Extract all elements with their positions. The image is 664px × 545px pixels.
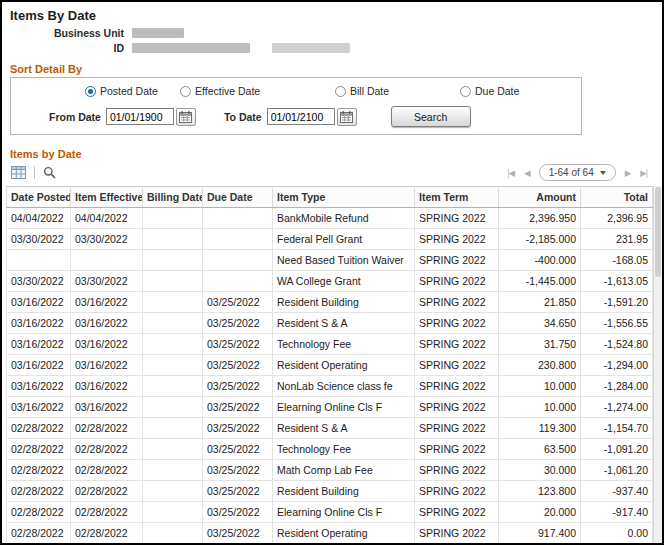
radio-unselected-icon[interactable] xyxy=(460,86,471,97)
grid-icon[interactable] xyxy=(10,165,27,180)
column-header[interactable]: Date Posted xyxy=(7,187,71,208)
business-unit-row: Business Unit xyxy=(2,27,662,39)
table-cell: 21.850 xyxy=(499,292,581,313)
table-row: 02/28/202202/28/202203/25/2022Technology… xyxy=(7,439,653,460)
first-page-button[interactable]: |◀ xyxy=(507,168,514,178)
table-cell: 31.750 xyxy=(499,334,581,355)
table-cell: 03/25/2022 xyxy=(203,292,273,313)
table-cell: 04/04/2022 xyxy=(71,208,143,229)
table-cell xyxy=(143,418,203,439)
table-cell: 03/16/2022 xyxy=(7,292,71,313)
table-cell: 0.00 xyxy=(581,523,653,544)
from-date-input[interactable] xyxy=(106,108,174,125)
table-cell: WA College Grant xyxy=(273,271,415,292)
table-cell: 02/28/2022 xyxy=(71,481,143,502)
radio-unselected-icon[interactable] xyxy=(335,86,346,97)
table-cell: Resident Building xyxy=(273,292,415,313)
radio-due-date[interactable]: Due Date xyxy=(460,85,519,97)
table-cell: 03/30/2022 xyxy=(71,271,143,292)
from-date-calendar-button[interactable] xyxy=(176,108,196,126)
table-cell xyxy=(203,208,273,229)
table-cell: 03/25/2022 xyxy=(203,397,273,418)
radio-bill-date[interactable]: Bill Date xyxy=(335,85,460,97)
column-header[interactable]: Item Type xyxy=(273,187,415,208)
table-cell: SPRING 2022 xyxy=(415,460,499,481)
radio-label: Posted Date xyxy=(100,85,158,97)
table-cell: 230.800 xyxy=(499,355,581,376)
table-cell: 03/25/2022 xyxy=(203,334,273,355)
table-cell: 03/25/2022 xyxy=(203,481,273,502)
column-header[interactable]: Amount xyxy=(499,187,581,208)
radio-posted-date[interactable]: Posted Date xyxy=(85,85,180,97)
toolbar-divider xyxy=(34,166,35,179)
table-row: 03/16/202203/16/202203/25/2022Elearning … xyxy=(7,397,653,418)
table-cell: SPRING 2022 xyxy=(415,481,499,502)
table-cell: SPRING 2022 xyxy=(415,397,499,418)
table-cell: Resident Building xyxy=(273,481,415,502)
table-cell xyxy=(143,397,203,418)
table-cell xyxy=(143,229,203,250)
prev-page-button[interactable]: ◀ xyxy=(524,168,530,178)
table-cell: 03/16/2022 xyxy=(7,334,71,355)
table-cell xyxy=(203,250,273,271)
table-cell: 02/28/2022 xyxy=(7,418,71,439)
find-magnifier-icon[interactable] xyxy=(42,165,57,180)
table-cell: -1,274.00 xyxy=(581,397,653,418)
table-cell: SPRING 2022 xyxy=(415,229,499,250)
table-cell: 03/16/2022 xyxy=(7,313,71,334)
business-unit-value-redacted xyxy=(132,28,184,38)
radio-label: Effective Date xyxy=(195,85,260,97)
table-cell: 03/16/2022 xyxy=(71,376,143,397)
column-header[interactable]: Due Date xyxy=(203,187,273,208)
search-button[interactable]: Search xyxy=(391,106,471,127)
table-cell: 02/28/2022 xyxy=(71,502,143,523)
table-cell xyxy=(143,439,203,460)
last-page-button[interactable]: ▶| xyxy=(640,168,647,178)
to-date-label: To Date xyxy=(224,111,262,123)
table-cell: 03/30/2022 xyxy=(7,271,71,292)
radio-unselected-icon[interactable] xyxy=(180,86,191,97)
column-header[interactable]: Total xyxy=(581,187,653,208)
table-cell: SPRING 2022 xyxy=(415,292,499,313)
table-cell: 917.400 xyxy=(499,523,581,544)
table-cell: 02/28/2022 xyxy=(7,439,71,460)
table-cell: SPRING 2022 xyxy=(415,334,499,355)
table-cell: 10.000 xyxy=(499,397,581,418)
table-cell: -1,284.00 xyxy=(581,376,653,397)
column-header[interactable]: Item Term xyxy=(415,187,499,208)
table-cell xyxy=(143,292,203,313)
table-cell: Resident Operating xyxy=(273,355,415,376)
table-cell: 02/28/2022 xyxy=(7,523,71,544)
table-cell: 02/28/2022 xyxy=(71,418,143,439)
column-header[interactable]: Billing Date xyxy=(143,187,203,208)
to-date-input[interactable] xyxy=(267,108,335,125)
table-cell: Elearning Online Cls F xyxy=(273,397,415,418)
table-cell: 30.000 xyxy=(499,460,581,481)
row-range-selector[interactable]: 1-64 of 64 xyxy=(539,164,616,181)
vertical-scrollbar[interactable] xyxy=(653,186,662,544)
table-cell: 02/28/2022 xyxy=(7,460,71,481)
table-row: Need Based Tuition WaiverSPRING 2022-400… xyxy=(7,250,653,271)
items-by-date-page: Items By Date Business Unit ID Sort Deta… xyxy=(0,0,664,545)
table-cell xyxy=(143,208,203,229)
sort-detail-heading: Sort Detail By xyxy=(10,63,662,75)
table-cell: 02/28/2022 xyxy=(7,481,71,502)
table-header-row: Date PostedItem Effective DateBilling Da… xyxy=(7,187,653,208)
radio-selected-icon[interactable] xyxy=(85,86,96,97)
table-cell: SPRING 2022 xyxy=(415,523,499,544)
table-cell: 03/30/2022 xyxy=(7,229,71,250)
table-cell: 03/25/2022 xyxy=(203,355,273,376)
page-title: Items By Date xyxy=(2,2,662,24)
items-table: Date PostedItem Effective DateBilling Da… xyxy=(6,186,653,544)
table-cell: 03/25/2022 xyxy=(203,376,273,397)
column-header[interactable]: Item Effective Date xyxy=(71,187,143,208)
scrollbar-thumb[interactable] xyxy=(655,187,661,277)
radio-label: Bill Date xyxy=(350,85,389,97)
next-page-button[interactable]: ▶ xyxy=(625,168,631,178)
radio-effective-date[interactable]: Effective Date xyxy=(180,85,335,97)
table-row: 03/16/202203/16/202203/25/2022Resident O… xyxy=(7,355,653,376)
table-cell: 03/16/2022 xyxy=(71,355,143,376)
table-cell: 123.800 xyxy=(499,481,581,502)
to-date-calendar-button[interactable] xyxy=(337,108,357,126)
table-row: 03/16/202203/16/202203/25/2022Resident B… xyxy=(7,292,653,313)
